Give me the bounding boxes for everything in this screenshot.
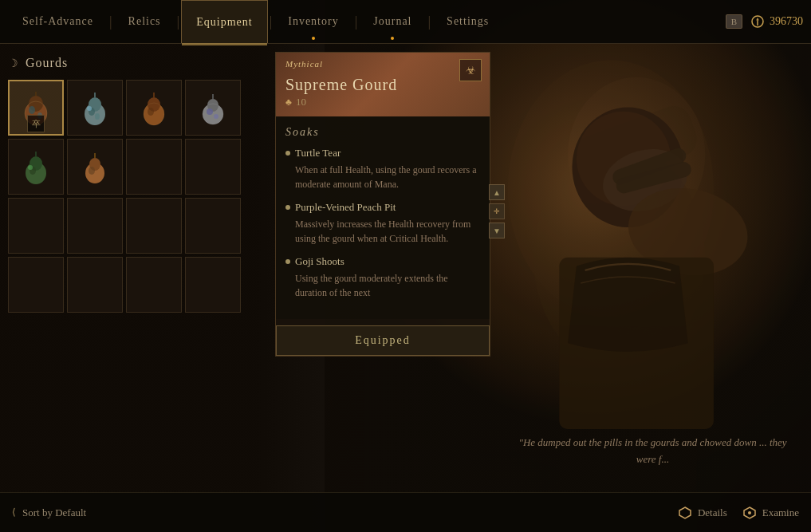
soak-item-2: Purple-Veined Peach Pit Massively increa… [285,201,480,246]
count-icon: ♣ [285,97,292,108]
journal-dot [391,37,394,40]
quote-text: "He dumped out the pills in the gourds a… [510,435,795,468]
section-title: ☽ Gourds [8,56,263,70]
gourd-cell-7[interactable] [126,139,182,195]
gourd-cell-9[interactable] [8,198,64,254]
svg-point-48 [89,167,95,175]
gourd-cell-13[interactable] [8,257,64,313]
nav-relics[interactable]: Relics [114,0,175,43]
gourd-svg-2 [78,88,112,128]
currency-icon [750,14,765,29]
gourd-svg-3 [137,88,171,128]
item-card-wrapper: Mythical ☣ Supreme Gourd ♣ 10 Soaks [275,52,490,357]
main-content: ☽ Gourds 卒 [0,44,811,532]
examine-icon [743,506,756,519]
nav-journal[interactable]: Journal [359,0,426,43]
svg-point-44 [28,165,33,170]
gourd-cell-14[interactable] [67,257,123,313]
item-badge-icon: ☣ [459,59,482,81]
nav-bar: Self-Advance | Relics | Equipment | Inve… [0,0,811,44]
item-card-header: Mythical ☣ Supreme Gourd ♣ 10 [276,53,490,116]
gourds-icon: ☽ [8,57,19,70]
svg-point-39 [214,114,218,119]
count-value: 10 [296,96,306,108]
nav-right: B 396730 [726,14,803,29]
center-panel: Mythical ☣ Supreme Gourd ♣ 10 Soaks [271,44,494,532]
soak-item-3: Goji Shoots Using the gourd moderately e… [285,255,480,300]
right-panel: "He dumped out the pills in the gourds a… [494,44,811,532]
examine-button[interactable]: Examine [743,506,799,519]
nav-self-advance[interactable]: Self-Advance [8,0,108,43]
item-card-body: Soaks Turtle Tear When at full Health, u… [276,116,490,319]
nav-settings[interactable]: Settings [432,0,503,43]
svg-point-27 [95,113,100,120]
sort-icon: ⟨ [12,506,16,518]
gourd-cell-10[interactable] [67,198,123,254]
item-count: ♣ 10 [285,96,480,108]
gourd-cell-2[interactable] [67,80,123,136]
nav-sep-3: | [270,14,273,30]
details-icon [679,506,691,519]
gourd-cell-5[interactable] [8,139,64,195]
soak-desc-1: When at full Health, using the gourd rec… [285,163,480,191]
gourd-svg-4 [196,88,230,128]
gourd-cell-6[interactable] [67,139,123,195]
gourd-svg-5 [19,147,53,187]
inventory-dot [312,37,315,40]
soak-desc-2: Massively increases the Health recovery … [285,217,480,246]
nav-sep-5: | [428,14,431,30]
gourd-cell-1[interactable]: 卒 [8,80,64,136]
soak-dot-2 [285,205,290,210]
gourd-cell-4[interactable] [185,80,241,136]
nav-sep-2: | [177,14,180,30]
gourd-cell-12[interactable] [185,198,241,254]
gourd-cell-11[interactable] [126,198,182,254]
equip-button[interactable]: Equipped [276,325,490,356]
item-card: Mythical ☣ Supreme Gourd ♣ 10 Soaks [275,52,490,357]
inventory-grid: 卒 [8,80,263,313]
currency-display: 396730 [750,14,803,29]
soak-dot-3 [285,259,290,264]
soaks-title: Soaks [285,126,480,139]
gourd-cell-16[interactable] [185,257,241,313]
svg-point-33 [148,108,154,116]
gourd-svg-6 [78,147,112,187]
nav-badge: B [726,14,742,29]
nav-sep-1: | [109,14,112,30]
svg-point-38 [207,108,213,115]
svg-point-28 [87,106,92,111]
nav-sep-4: | [355,14,358,30]
gourd-cell-8[interactable] [185,139,241,195]
soak-name-1: Turtle Tear [285,147,480,160]
nav-inventory[interactable]: Inventory [274,0,352,43]
left-panel: ☽ Gourds 卒 [0,44,271,532]
soak-name-2: Purple-Veined Peach Pit [285,201,480,214]
soak-desc-3: Using the gourd moderately extends the d… [285,271,480,300]
nav-equipment[interactable]: Equipment [181,0,267,43]
bottom-bar: ⟨ Sort by Default Details Examine [0,492,811,532]
details-button[interactable]: Details [679,506,727,519]
bottom-actions: Details Examine [679,506,799,519]
gourd-badge-1: 卒 [27,115,45,132]
svg-point-51 [748,511,751,514]
item-rarity: Mythical [285,59,323,69]
item-name: Supreme Gourd [285,76,480,94]
soak-item-1: Turtle Tear When at full Health, using t… [285,147,480,191]
gourds-label: Gourds [26,56,68,70]
svg-point-21 [29,106,35,114]
soak-name-3: Goji Shoots [285,255,480,268]
svg-marker-49 [679,507,691,518]
soak-dot-1 [285,151,290,156]
sort-button[interactable]: ⟨ Sort by Default [12,506,86,519]
gourd-cell-3[interactable] [126,80,182,136]
gourd-cell-15[interactable] [126,257,182,313]
